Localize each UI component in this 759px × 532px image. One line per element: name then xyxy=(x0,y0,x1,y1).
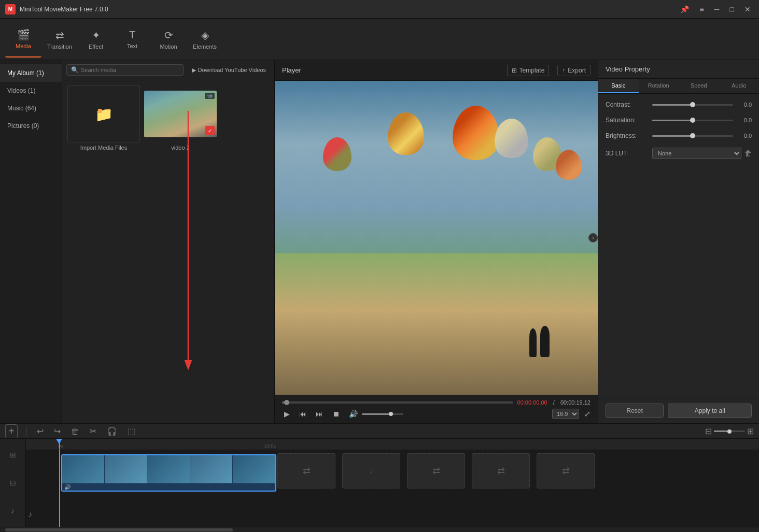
video-property-panel: Video Property Basic Rotation Speed Audi… xyxy=(598,60,759,423)
progress-bar[interactable] xyxy=(282,401,513,404)
saturation-knob[interactable] xyxy=(690,118,695,123)
slot-3-border: ⇄ xyxy=(407,453,465,488)
contrast-slider[interactable] xyxy=(652,104,733,106)
sidebar-item-pictures[interactable]: Pictures (0) xyxy=(0,117,62,135)
sidebar-item-videos[interactable]: Videos (1) xyxy=(0,82,62,99)
add-media-btn[interactable]: + xyxy=(5,424,18,438)
split-btn[interactable]: ✂ xyxy=(88,425,99,437)
template-btn[interactable]: ⊞ Template xyxy=(507,65,550,76)
volume-icon[interactable]: 🔊 xyxy=(347,409,360,419)
lut-label: 3D LUT: xyxy=(606,150,652,157)
tab-rotation[interactable]: Rotation xyxy=(639,79,679,93)
playhead-line xyxy=(59,450,60,527)
download-youtube-btn[interactable]: ▶ Download YouTube Videos xyxy=(188,65,271,75)
close-btn[interactable]: ✕ xyxy=(741,4,754,15)
stop-btn[interactable]: ⏹ xyxy=(330,409,342,419)
audio-track-icon[interactable]: ♪ xyxy=(11,507,15,515)
volume-bar[interactable] xyxy=(362,413,403,415)
menu-icon[interactable]: ≡ xyxy=(696,4,707,15)
redo-btn[interactable]: ↪ xyxy=(52,425,63,437)
saturation-label: Saturation: xyxy=(606,117,652,124)
video-track-icon[interactable]: ⊞ xyxy=(10,451,16,459)
undo-btn[interactable]: ↩ xyxy=(35,425,46,437)
app-logo: M xyxy=(5,4,16,15)
selected-check: ✓ xyxy=(205,126,215,135)
pin-icon[interactable]: 📌 xyxy=(677,4,692,15)
export-btn[interactable]: ↑ Export xyxy=(557,65,591,76)
scrollbar-thumb[interactable] xyxy=(5,528,233,531)
lut-delete-btn[interactable]: 🗑 xyxy=(744,149,752,157)
slot-5-icon: ⇄ xyxy=(562,465,570,477)
video-property-title: Video Property xyxy=(598,60,759,79)
video-clip-1[interactable]: 🔊 xyxy=(61,454,276,492)
tab-audio[interactable]: Audio xyxy=(719,79,760,93)
crop-btn[interactable]: ⬚ xyxy=(125,425,137,437)
fullscreen-btn[interactable]: ⤢ xyxy=(584,410,591,418)
minimize-btn[interactable]: ─ xyxy=(711,4,723,15)
player-header: Player ⊞ Template ↑ Export xyxy=(275,60,598,81)
timeline-tracks: 🔊 ⇄ ↓ xyxy=(26,450,759,527)
text-label: Text xyxy=(127,43,137,49)
zoom-slider[interactable] xyxy=(714,430,745,432)
sidebar-nav: My Album (1) Videos (1) Music (64) Pictu… xyxy=(0,60,62,423)
video-2-label: video 2 xyxy=(171,145,189,151)
download-youtube-label: Download YouTube Videos xyxy=(198,67,266,73)
next-frame-btn[interactable]: ⏭ xyxy=(314,409,325,419)
sidebar-item-music[interactable]: Music (64) xyxy=(0,99,62,117)
toolbar-item-transition[interactable]: ⇄ Transition xyxy=(41,21,78,57)
saturation-value: 0.0 xyxy=(733,117,752,123)
import-media-btn[interactable]: 📁 xyxy=(67,85,140,142)
zoom-out-btn[interactable]: ⊟ xyxy=(705,426,712,436)
brightness-knob[interactable] xyxy=(690,133,695,138)
tab-speed[interactable]: Speed xyxy=(679,79,719,93)
lut-select[interactable]: None xyxy=(652,148,741,159)
search-icon: 🔍 xyxy=(71,66,79,74)
video-2-item[interactable]: 📹 ✓ xyxy=(144,85,217,142)
audio-indicator: 🔊 xyxy=(64,484,71,490)
media-library-panel: My Album (1) Videos (1) Music (64) Pictu… xyxy=(0,60,275,423)
effect-icon: ✦ xyxy=(92,29,101,41)
brightness-row: Brightness: 0.0 xyxy=(606,132,752,139)
search-wrap[interactable]: 🔍 xyxy=(66,64,184,76)
youtube-icon: ▶ xyxy=(192,67,196,74)
template-icon: ⊞ xyxy=(512,67,517,74)
subtitle-track-icon[interactable]: ⊟ xyxy=(10,479,16,487)
toolbar-item-motion[interactable]: ⟳ Motion xyxy=(150,21,187,57)
maximize-btn[interactable]: □ xyxy=(727,4,737,15)
zoom-knob[interactable] xyxy=(727,429,732,434)
reset-btn[interactable]: Reset xyxy=(606,404,664,418)
prev-frame-btn[interactable]: ⏮ xyxy=(297,409,308,419)
slot-2-border: ↓ xyxy=(342,453,400,488)
sidebar-item-my-album[interactable]: My Album (1) xyxy=(0,64,62,82)
media-content-panel: 🔍 ▶ Download YouTube Videos 📁 xyxy=(62,60,274,423)
toolbar-item-effect[interactable]: ✦ Effect xyxy=(78,21,114,57)
timeline-ruler: 0s 19.5s xyxy=(26,439,759,450)
player-video-area: › xyxy=(275,81,598,395)
volume-knob[interactable] xyxy=(389,412,393,416)
progress-knob[interactable] xyxy=(284,400,289,405)
search-input[interactable] xyxy=(81,67,179,73)
timeline-scrollbar[interactable] xyxy=(0,527,759,532)
saturation-slider[interactable] xyxy=(652,120,733,121)
play-btn[interactable]: ▶ xyxy=(282,409,292,419)
brightness-slider[interactable] xyxy=(652,135,733,137)
delete-btn[interactable]: 🗑 xyxy=(69,426,81,437)
player-header-right: ⊞ Template ↑ Export xyxy=(507,65,591,76)
effect-label: Effect xyxy=(89,44,103,50)
time-current: 00:00:00.00 xyxy=(517,399,547,406)
detach-audio-btn[interactable]: 🎧 xyxy=(105,425,119,437)
zoom-controls: ⊟ ⊞ xyxy=(705,426,754,436)
panel-collapse-arrow[interactable]: › xyxy=(588,233,598,242)
property-actions: Reset Apply to all xyxy=(598,398,759,423)
apply-all-btn[interactable]: Apply to all xyxy=(668,404,752,418)
toolbar-item-elements[interactable]: ◈ Elements xyxy=(187,21,223,57)
toolbar-item-media[interactable]: 🎬 Media xyxy=(5,21,41,57)
tab-basic[interactable]: Basic xyxy=(598,79,639,93)
slot-4-border: ⇄ xyxy=(472,453,530,488)
zoom-in-btn[interactable]: ⊞ xyxy=(747,426,754,436)
timeline: + ↩ ↪ 🗑 ✂ 🎧 ⬚ ⊟ ⊞ ⊞ xyxy=(0,423,759,527)
toolbar-item-text[interactable]: T Text xyxy=(114,21,150,57)
aspect-ratio-select[interactable]: 16:9 4:3 1:1 9:16 xyxy=(552,409,579,419)
contrast-knob[interactable] xyxy=(690,102,695,107)
window-controls[interactable]: 📌 ≡ ─ □ ✕ xyxy=(677,4,754,15)
